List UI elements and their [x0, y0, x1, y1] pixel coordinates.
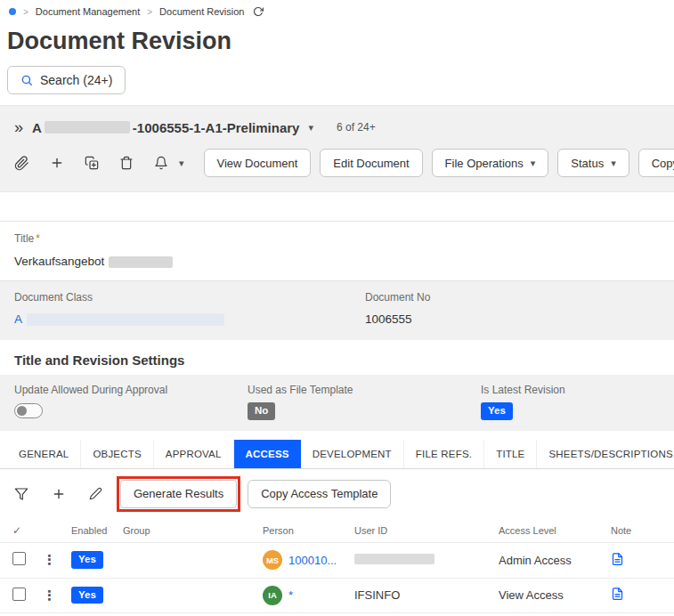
redacted-text	[45, 121, 130, 134]
status-button[interactable]: Status▾	[557, 149, 629, 177]
header-access-level: Access Level	[491, 525, 602, 536]
button-label: View Document	[217, 157, 298, 170]
title-label: Title	[14, 232, 34, 245]
document-class-field: Document Class A	[14, 291, 365, 328]
button-label: File Operations	[445, 157, 524, 170]
chevron-right-icon: >	[147, 7, 152, 17]
title-field[interactable]: Title* Verkaufsangebot	[0, 221, 674, 281]
avatar: IA	[263, 586, 282, 605]
header-user-id: User ID	[347, 525, 491, 536]
plus-icon[interactable]	[52, 487, 66, 501]
tab-general[interactable]: GENERAL	[7, 440, 81, 468]
document-no-field: Document No 1006555	[365, 291, 660, 328]
person-link[interactable]: 100010...	[288, 554, 337, 567]
record-selector[interactable]: A -1006555-1-A1-Preliminary ▾	[32, 120, 313, 135]
bell-icon[interactable]	[154, 156, 168, 170]
search-button[interactable]: Search (24+)	[7, 66, 126, 94]
latest-revision-field: Is Latest Revision Yes	[481, 384, 660, 420]
filter-funnel-icon[interactable]	[14, 487, 28, 501]
copy-access-template-button[interactable]: Copy Access Template	[248, 480, 391, 508]
user-id-cell: IFSINFO	[347, 588, 491, 602]
tab-objects[interactable]: OBJECTS	[81, 440, 153, 468]
plus-icon[interactable]	[50, 156, 64, 170]
record-position: 6 of 24+	[337, 121, 376, 134]
record-name-suffix: -1006555-1-A1-Preliminary	[133, 120, 300, 135]
search-icon	[20, 74, 33, 86]
file-operations-button[interactable]: File Operations▾	[432, 149, 549, 177]
record-name-prefix: A	[32, 120, 42, 135]
document-no-label: Document No	[365, 291, 660, 304]
file-template-field: Used as File Template No	[248, 384, 481, 420]
redacted-text	[109, 256, 173, 268]
annotation-highlight: Generate Results	[117, 476, 240, 512]
chevron-down-icon[interactable]: ▾	[308, 122, 313, 134]
chevron-down-icon: ▾	[531, 158, 536, 169]
trash-icon[interactable]	[119, 156, 134, 170]
note-icon[interactable]	[611, 587, 624, 601]
chevron-right-icon: >	[23, 7, 28, 17]
tab-approval[interactable]: APPROVAL	[154, 440, 234, 468]
tab-bar: GENERAL OBJECTS APPROVAL ACCESS DEVELOPM…	[0, 440, 674, 469]
row-checkbox[interactable]	[12, 552, 26, 565]
breadcrumb-link-document-management[interactable]: Document Management	[36, 6, 140, 17]
view-document-button[interactable]: View Document	[204, 149, 312, 177]
document-no-value: 1006555	[365, 312, 412, 328]
expand-panel-icon[interactable]: »	[14, 119, 23, 135]
enabled-badge: Yes	[71, 551, 103, 569]
latest-revision-label: Is Latest Revision	[481, 384, 660, 396]
refresh-icon[interactable]	[253, 6, 264, 17]
page-header: Document Revision Search (24+)	[0, 23, 674, 105]
tab-development[interactable]: DEVELOPMENT	[301, 440, 404, 468]
button-label: Status	[571, 157, 604, 170]
select-all-header[interactable]: ✓	[0, 524, 39, 537]
document-info-band: Document Class A Document No 1006555	[0, 281, 674, 340]
file-template-label: Used as File Template	[248, 384, 481, 396]
table-row: ⋮ Yes IA * IFSINFO View Access	[0, 578, 674, 613]
breadcrumb: > Document Management > Document Revisio…	[0, 0, 674, 23]
chevron-down-icon: ▾	[611, 158, 616, 169]
access-level-cell: Admin Access	[491, 554, 602, 567]
table-header-row: ✓ Enabled Group Person User ID Access Le…	[0, 519, 674, 542]
header-note: Note	[602, 525, 674, 536]
chevron-down-icon[interactable]: ▾	[179, 158, 184, 169]
access-level-cell: View Access	[491, 588, 602, 602]
paperclip-icon[interactable]	[14, 156, 29, 171]
search-button-label: Search (24+)	[40, 73, 112, 87]
button-label: Copy/New	[652, 157, 674, 170]
tab-sheets-descriptions[interactable]: SHEETS/DESCRIPTIONS	[537, 440, 674, 468]
breadcrumb-link-document-revision[interactable]: Document Revision	[159, 6, 244, 17]
file-template-badge: No	[248, 402, 275, 420]
pencil-icon[interactable]	[89, 487, 102, 500]
avatar: MS	[263, 550, 282, 570]
button-label: Copy Access Template	[261, 487, 378, 500]
title-value: Verkaufsangebot	[14, 254, 104, 270]
update-allowed-toggle[interactable]	[14, 403, 43, 418]
button-label: Edit Document	[333, 157, 409, 170]
status-dot-icon	[9, 8, 16, 15]
document-class-label: Document Class	[14, 291, 365, 304]
note-icon[interactable]	[611, 552, 624, 566]
generate-results-button[interactable]: Generate Results	[120, 480, 237, 508]
kebab-menu-icon[interactable]: ⋮	[39, 552, 64, 568]
duplicate-icon[interactable]	[85, 156, 99, 170]
edit-document-button[interactable]: Edit Document	[320, 149, 422, 177]
section-heading-title-revision-settings: Title and Revision Settings	[0, 340, 674, 375]
enabled-badge: Yes	[71, 587, 103, 604]
update-allowed-label: Update Allowed During Approval	[14, 384, 248, 396]
copy-new-button[interactable]: Copy/New▾	[638, 149, 674, 177]
access-toolbar: Generate Results Copy Access Template	[0, 469, 674, 519]
kebab-menu-icon[interactable]: ⋮	[39, 588, 64, 604]
settings-band: Update Allowed During Approval Used as F…	[0, 375, 674, 431]
tab-title[interactable]: TITLE	[484, 440, 537, 468]
tab-file-refs[interactable]: FILE REFS.	[404, 440, 484, 468]
person-link[interactable]: *	[288, 588, 293, 602]
document-class-link[interactable]: A	[14, 312, 22, 328]
redacted-text	[27, 313, 224, 326]
header-enabled: Enabled	[64, 525, 116, 536]
redacted-user-id	[354, 554, 434, 564]
page-title: Document Revision	[7, 27, 667, 55]
header-person: Person	[256, 525, 347, 536]
tab-access[interactable]: ACCESS	[234, 440, 301, 468]
record-toolbar: ▾ View Document Edit Document File Opera…	[0, 138, 674, 177]
row-checkbox[interactable]	[12, 588, 26, 601]
